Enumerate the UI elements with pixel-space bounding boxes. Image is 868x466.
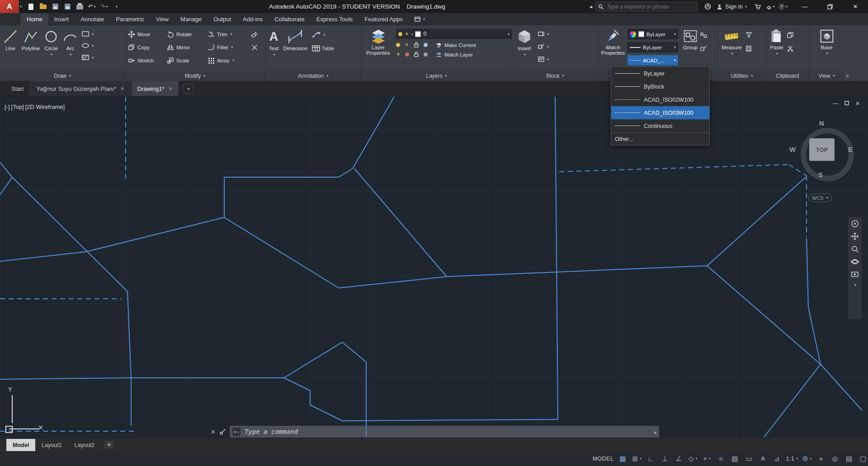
a360-icon[interactable] <box>703 2 712 11</box>
infer-constraints-icon[interactable]: ∟ <box>646 454 656 464</box>
close-tab-icon[interactable]: ✕ <box>120 86 124 92</box>
tab-annotate[interactable]: Annotate <box>75 13 110 25</box>
ribbon-overflow-icon[interactable]: » <box>844 25 851 81</box>
tab-manage[interactable]: Manage <box>175 13 208 25</box>
copy-button[interactable]: Copy <box>128 44 167 51</box>
drawing-segment[interactable] <box>555 97 558 419</box>
layer-dropdown-chevron-icon[interactable]: ▾ <box>508 32 509 36</box>
new-layout-button[interactable]: + <box>104 441 113 449</box>
trim-button[interactable]: Trim▾ <box>208 31 251 38</box>
ribbon-display-toggle-icon[interactable]: ▾ <box>409 13 431 25</box>
linetype-option[interactable]: ByLayer <box>611 67 709 80</box>
search-input[interactable] <box>606 3 695 10</box>
navigation-wheel-icon[interactable] <box>851 220 859 228</box>
layer-lock-toggle-icon[interactable] <box>414 42 419 48</box>
panel-label-annotation[interactable]: Annotation▾ <box>265 71 361 81</box>
drawing-segment[interactable] <box>284 378 310 391</box>
layout-tab-layout1[interactable]: Layout1 <box>35 439 68 451</box>
linetype-option-selected[interactable]: ACAD_ISO03W100 <box>611 106 709 119</box>
drawing-segment[interactable] <box>0 177 12 195</box>
quick-calc-button[interactable] <box>745 43 752 53</box>
tab-parametric[interactable]: Parametric <box>110 13 150 25</box>
snap-icon[interactable]: ⊞▾ <box>632 454 642 464</box>
ellipse-button[interactable]: ▾ <box>81 41 94 51</box>
save-as-icon[interactable] <box>63 2 72 11</box>
close-button[interactable]: ✕ <box>843 0 868 13</box>
cart-icon[interactable] <box>753 2 762 11</box>
panel-label-utilities[interactable]: Utilities▾ <box>718 71 766 81</box>
minimize-button[interactable]: — <box>792 0 817 13</box>
copy-clip-button[interactable] <box>787 30 794 40</box>
tab-addins[interactable]: Add-ins <box>237 13 269 25</box>
app-logo[interactable]: A <box>0 0 19 13</box>
tab-express-tools[interactable]: Express Tools <box>311 13 359 25</box>
plot-icon[interactable] <box>75 2 84 11</box>
circle-button[interactable]: Circle▾ <box>43 25 59 71</box>
pan-icon[interactable] <box>851 232 859 240</box>
make-current-button[interactable]: Make Current <box>436 42 476 48</box>
new-drawing-tab-button[interactable]: + <box>183 84 194 94</box>
restore-button[interactable] <box>817 0 843 13</box>
collapse-search-icon[interactable]: ◂ <box>586 2 595 11</box>
undo-icon[interactable]: ↶▾ <box>87 2 96 11</box>
drawing-canvas[interactable]: [-] [Top] [2D Wireframe] — ✕ N W E S TOP… <box>0 96 868 439</box>
drawing-segment[interactable] <box>0 252 86 261</box>
cut-clip-button[interactable] <box>787 43 794 53</box>
grid-icon[interactable]: ▦ <box>618 454 628 464</box>
match-layer-button[interactable]: Match Layer <box>436 52 473 57</box>
linetype-option[interactable]: ByBlock <box>611 80 709 93</box>
layer-unlock-icon[interactable] <box>414 51 419 58</box>
redo-icon[interactable]: ↷▾ <box>99 2 108 11</box>
edit-block-button[interactable]: ▾ <box>538 42 549 52</box>
measure-button[interactable]: Measure▾ <box>722 25 742 71</box>
tab-view[interactable]: View <box>150 13 175 25</box>
line-button[interactable]: Line <box>3 25 18 71</box>
model-space-label[interactable]: MODEL <box>593 456 614 462</box>
new-file-icon[interactable] <box>26 2 35 11</box>
lineweight-display-icon[interactable]: ≡ <box>716 454 726 464</box>
clean-screen-icon[interactable]: ▢ <box>858 454 868 464</box>
block-attributes-button[interactable]: ▾ <box>538 54 549 64</box>
ortho-icon[interactable]: ⊥ <box>660 454 670 464</box>
tab-home[interactable]: Home <box>21 13 48 25</box>
drawing-segment[interactable] <box>339 277 447 288</box>
viewport-menu-control[interactable]: [-] <box>5 104 10 110</box>
layout-tab-model[interactable]: Model <box>6 439 35 451</box>
zoom-icon[interactable] <box>851 245 859 253</box>
array-button[interactable]: Array▾ <box>208 57 251 64</box>
layer-delete-icon[interactable] <box>405 52 409 56</box>
layer-properties-button[interactable]: LayerProperties <box>364 25 392 71</box>
drawing-segment[interactable] <box>354 169 447 277</box>
drawing-segment[interactable] <box>0 162 12 177</box>
explode-button[interactable] <box>251 44 262 51</box>
layout-tab-layout2[interactable]: Layout2 <box>68 439 101 451</box>
panel-label-modify[interactable]: Modify▾ <box>125 71 265 81</box>
selection-cycling-icon[interactable]: ▭ <box>744 454 754 464</box>
panel-label-clipboard[interactable]: Clipboard <box>766 71 809 81</box>
file-tab-1[interactable]: Yağmur Suyu Güzergah Planı*✕ <box>30 81 130 96</box>
annotation-monitor-icon[interactable]: + <box>816 454 826 464</box>
tab-collaborate[interactable]: Collaborate <box>269 13 311 25</box>
app-menu-chevron-icon[interactable]: ▾ <box>20 5 22 9</box>
move-button[interactable]: Move <box>128 31 167 38</box>
layer-off-icon[interactable] <box>396 43 400 47</box>
file-tab-2[interactable]: Drawing1*✕ <box>132 81 179 96</box>
drawing-segment[interactable] <box>86 217 224 252</box>
rectangle-button[interactable]: ▾ <box>81 29 94 39</box>
tab-insert[interactable]: Insert <box>48 13 75 25</box>
command-input-bar[interactable]: >▾ ▴ <box>230 426 659 438</box>
drawing-segment[interactable] <box>821 364 862 410</box>
drawing-segment[interactable] <box>447 266 707 277</box>
stretch-button[interactable]: Stretch <box>128 57 167 64</box>
isolate-objects-icon[interactable]: ◎ <box>830 454 840 464</box>
tab-featured-apps[interactable]: Featured Apps <box>359 13 409 25</box>
group-edit-button[interactable] <box>700 43 707 53</box>
layer-isolate-icon[interactable] <box>424 43 428 47</box>
object-snap-icon[interactable]: ⌖▾ <box>702 454 712 464</box>
layer-select-dropdown[interactable]: ☀ ▪ 0 ▾ <box>396 29 512 39</box>
drawing-segment[interactable] <box>807 238 808 307</box>
rotate-button[interactable]: Rotate <box>167 31 208 38</box>
paste-button[interactable]: Paste▾ <box>770 25 783 71</box>
panel-label-draw[interactable]: Draw▾ <box>0 71 125 81</box>
drawing-segment[interactable] <box>224 217 339 288</box>
